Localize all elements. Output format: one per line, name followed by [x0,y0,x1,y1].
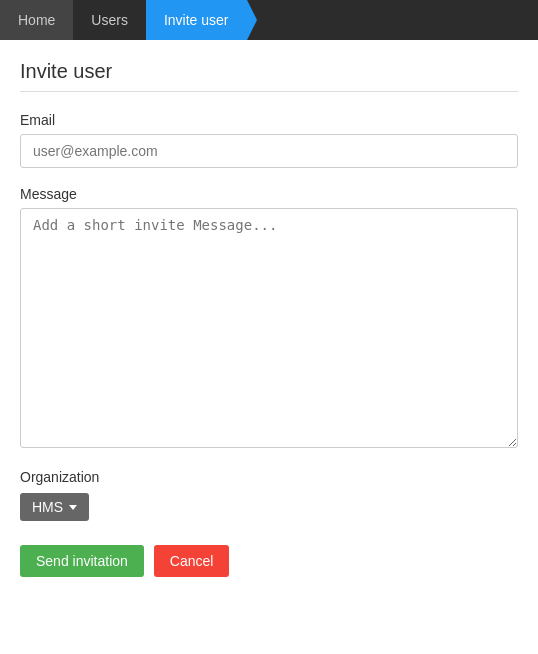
organization-selected-value: HMS [32,499,63,515]
button-row: Send invitation Cancel [20,545,518,577]
page-content: Invite user Email Message Organization H… [0,40,538,597]
organization-group: Organization HMS [20,469,518,521]
navbar: Home Users Invite user [0,0,538,40]
organization-label: Organization [20,469,518,485]
cancel-button[interactable]: Cancel [154,545,230,577]
page-title: Invite user [20,60,518,83]
email-group: Email [20,112,518,168]
nav-invite-user[interactable]: Invite user [146,0,247,40]
nav-users[interactable]: Users [73,0,146,40]
message-textarea[interactable] [20,208,518,448]
message-label: Message [20,186,518,202]
nav-home[interactable]: Home [0,0,73,40]
chevron-down-icon [69,505,77,510]
divider [20,91,518,92]
organization-dropdown[interactable]: HMS [20,493,89,521]
send-invitation-button[interactable]: Send invitation [20,545,144,577]
email-input[interactable] [20,134,518,168]
email-label: Email [20,112,518,128]
message-group: Message [20,186,518,451]
